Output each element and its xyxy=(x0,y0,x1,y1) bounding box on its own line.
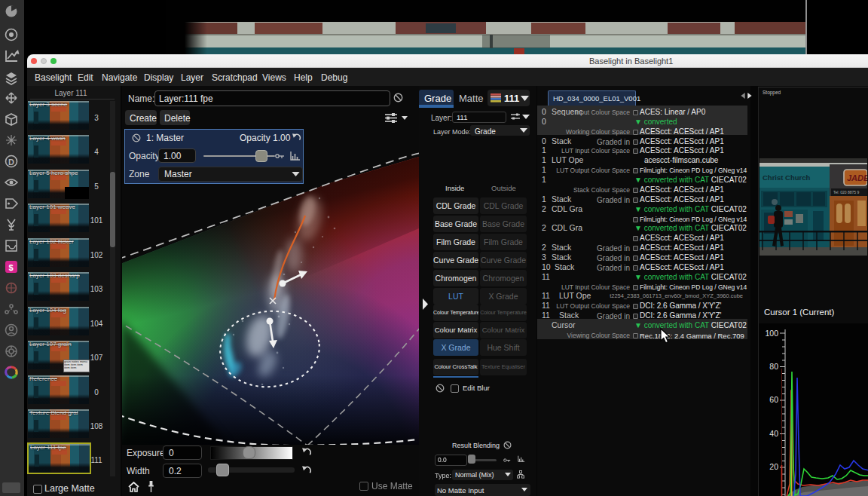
svg-text:100: 100 xyxy=(765,329,778,338)
svg-text:D: D xyxy=(8,158,14,167)
svg-text:40: 40 xyxy=(769,429,778,438)
svg-text:60: 60 xyxy=(769,395,778,404)
svg-text:20: 20 xyxy=(769,462,778,471)
svg-text:$: $ xyxy=(8,263,13,272)
svg-text:80: 80 xyxy=(769,362,778,371)
